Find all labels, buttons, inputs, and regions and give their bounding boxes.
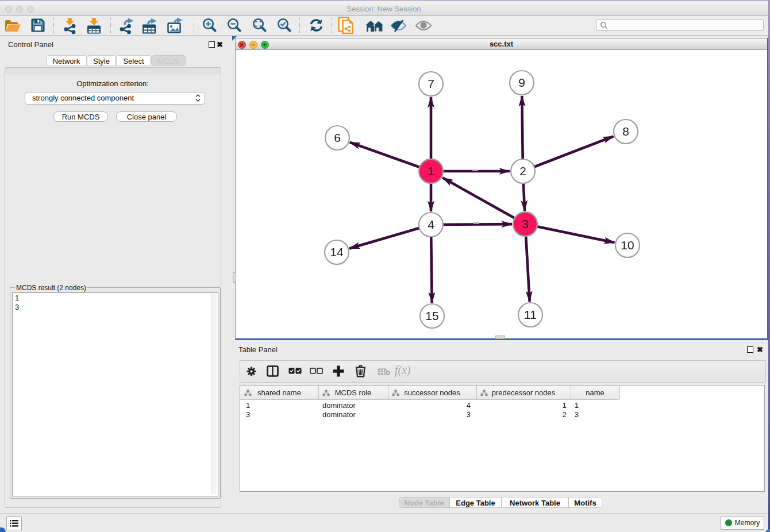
svg-text:1: 1 (428, 164, 434, 178)
svg-text:6: 6 (334, 131, 341, 144)
svg-text:10: 10 (621, 238, 634, 252)
svg-text:8: 8 (622, 125, 629, 138)
svg-text:3: 3 (522, 217, 529, 230)
svg-text:7: 7 (428, 77, 434, 90)
svg-text:15: 15 (425, 309, 438, 322)
svg-text:14: 14 (330, 245, 344, 259)
svg-text:2: 2 (519, 164, 526, 178)
svg-text:4: 4 (428, 218, 434, 231)
svg-text:11: 11 (524, 308, 537, 321)
svg-text:9: 9 (518, 76, 525, 89)
